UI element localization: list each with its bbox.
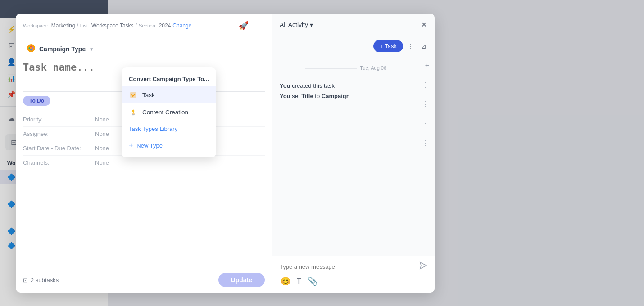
breadcrumb-section-value: 2024 [159, 22, 171, 29]
subtasks-icon: ⊡ [23, 277, 28, 284]
assignee-value: None [95, 130, 109, 137]
channels-value: None [95, 159, 109, 166]
rocket-icon: 🚀 [239, 21, 249, 31]
task-more-button[interactable]: ⋮ [253, 20, 265, 32]
activity-you-2: You [280, 93, 290, 99]
task-type-chevron-icon: ▼ [89, 47, 94, 52]
activity-to-2: to [315, 93, 321, 99]
attach-button[interactable]: 📎 [307, 275, 318, 287]
breadcrumb-list-label: List [80, 23, 88, 28]
task-right-panel: All Activity ▾ ✕ + Task ⋮ ⊿ Tue, Aug 06 … [272, 14, 435, 292]
task-item-icon [129, 91, 138, 99]
activity-action-1: created this task [292, 82, 335, 89]
activity-set-2: set [292, 93, 301, 99]
message-tools: 😊 T 📎 [280, 272, 427, 287]
activity-label-2: Title [301, 93, 313, 99]
breadcrumb-section-label: Section [139, 23, 155, 28]
right-toolbar: + Task ⋮ ⊿ [272, 36, 435, 56]
message-input-row [280, 261, 427, 272]
subtasks-info: ⊡ 2 subtasks [23, 277, 59, 284]
new-type-label: New Type [136, 142, 163, 149]
subtasks-count: 2 subtasks [31, 277, 59, 284]
priority-value: None [95, 116, 109, 123]
assignee-label: Assignee: [23, 130, 95, 137]
activity-chevron-icon: ▾ [310, 21, 313, 28]
dropdown-header: Convert Campaign Type To... [122, 71, 216, 86]
add-task-button[interactable]: + Task [373, 40, 403, 52]
more-action-2[interactable]: ⋮ [420, 98, 431, 110]
breadcrumb-list-value: Workspace Tasks [91, 22, 134, 29]
more-action-3[interactable]: ⋮ [420, 117, 431, 130]
campaign-type-icon [27, 44, 36, 54]
activity-right-actions: + ⋮ ⋮ ⋮ ⋮ [417, 56, 435, 256]
task-type-button[interactable]: Campaign Type ▼ [23, 42, 97, 56]
dates-value: None [95, 145, 109, 152]
message-input[interactable] [280, 263, 416, 270]
task-footer: ⊡ 2 subtasks Update [16, 267, 272, 292]
dropdown-item-task[interactable]: Task [122, 86, 216, 104]
more-action-4[interactable]: ⋮ [420, 137, 431, 149]
add-action-button[interactable]: + [423, 60, 431, 72]
breadcrumb-sep2: / [136, 22, 137, 29]
activity-header: All Activity ▾ ✕ [272, 14, 435, 36]
task-breadcrumb: Workspace Marketing / List Workspace Tas… [23, 22, 191, 29]
dates-label: Start Date - Due Date: [23, 145, 95, 152]
send-button[interactable] [419, 261, 427, 272]
breadcrumb-sep1: / [77, 22, 78, 29]
task-type-label: Campaign Type [39, 45, 86, 53]
more-action-1[interactable]: ⋮ [420, 79, 431, 91]
task-header: Workspace Marketing / List Workspace Tas… [16, 14, 272, 36]
activity-close-button[interactable]: ✕ [421, 20, 427, 30]
activity-value-2: Campaign [322, 93, 350, 99]
text-format-button[interactable]: T [296, 275, 302, 287]
dropdown-item-content-creation[interactable]: Content Creation [122, 104, 216, 121]
svg-point-7 [133, 110, 134, 111]
activity-date-divider: Tue, Aug 06 [280, 65, 409, 76]
dropdown-library-link[interactable]: Task Types Library [122, 121, 216, 137]
new-type-plus-icon: + [129, 141, 133, 149]
activity-label: All Activity [280, 21, 308, 28]
svg-point-0 [27, 44, 35, 52]
filter-button[interactable]: ⊿ [418, 41, 429, 52]
breadcrumb-workspace-value: Marketing [51, 22, 75, 29]
task-type-row: Campaign Type ▼ [16, 36, 272, 60]
more-options-button[interactable]: ⋮ [405, 41, 417, 52]
activity-select-button[interactable]: All Activity ▾ [280, 21, 313, 28]
breadcrumb-change-link[interactable]: Change [172, 22, 191, 29]
activity-entry-title-set: You set Title to Campaign [280, 93, 409, 99]
activity-entry-created: You created this task [280, 82, 409, 89]
priority-label: Priority: [23, 116, 95, 123]
emoji-button[interactable]: 😊 [280, 275, 291, 287]
task-header-right: 🚀 ⋮ [239, 20, 265, 32]
message-area: 😊 T 📎 [272, 256, 435, 292]
dropdown-new-type[interactable]: + New Type [122, 137, 216, 154]
channels-label: Channels: [23, 159, 95, 166]
dropdown-item-content-label: Content Creation [142, 109, 188, 116]
status-badge[interactable]: To Do [23, 96, 50, 106]
content-creation-icon [129, 108, 138, 116]
dropdown-menu: Convert Campaign Type To... Task Content… [122, 68, 216, 158]
activity-feed: Tue, Aug 06 You created this task You se… [272, 56, 417, 256]
update-button[interactable]: Update [218, 273, 265, 287]
dropdown-item-task-label: Task [142, 92, 155, 99]
activity-you-1: You [280, 82, 290, 89]
breadcrumb-workspace-label: Workspace [23, 23, 48, 28]
task-modal: Workspace Marketing / List Workspace Tas… [16, 14, 435, 292]
task-field-channels: Channels: None [23, 156, 265, 170]
